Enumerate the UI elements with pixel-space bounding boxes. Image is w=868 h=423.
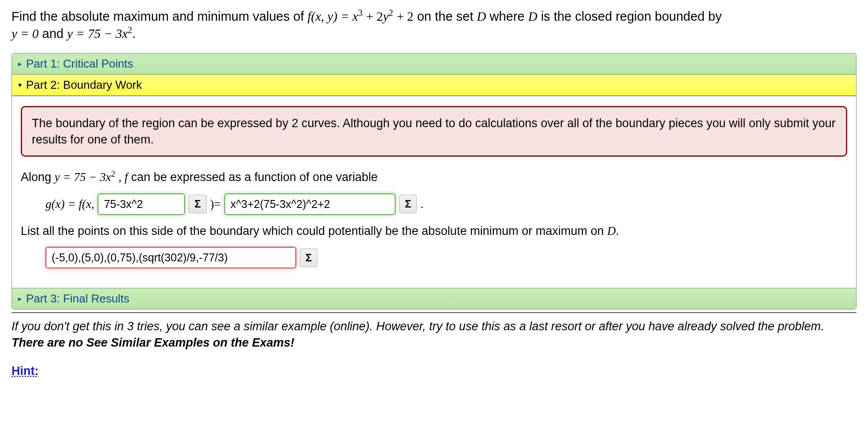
problem-statement: Find the absolute maximum and minimum va… (11, 8, 857, 42)
row-period: . (420, 196, 423, 212)
math-exp3: 3 (358, 8, 362, 18)
prompt-text-1: Find the absolute maximum and minimum va… (11, 9, 308, 23)
along-eq-lhs: y = 75 − 3 (55, 170, 106, 184)
math-plus-2: + 2 (366, 9, 383, 23)
math-y75-exp: 2 (128, 25, 132, 35)
part-1-header[interactable]: ▸ Part 1: Critical Points (12, 53, 856, 75)
points-row: Σ (45, 247, 847, 268)
along-comma: , (118, 170, 125, 184)
footer-note: If you don't get this in 3 tries, you ca… (11, 318, 857, 351)
math-func-def-lhs: f(x, y) = (308, 9, 353, 23)
math-exp2: 2 (389, 8, 393, 18)
close-paren-eq: )= (210, 196, 221, 212)
along-f: f (125, 170, 128, 184)
part-3-header[interactable]: ▸ Part 3: Final Results (12, 288, 856, 309)
math-y: y (383, 9, 389, 23)
along-post: can be expressed as a function of one va… (131, 170, 377, 184)
math-y75-lhs: y = 75 − 3 (67, 26, 122, 41)
part-1-label: Part 1: Critical Points (26, 56, 133, 72)
chevron-down-icon: ▾ (18, 82, 22, 89)
alert-text: The boundary of the region can be expres… (32, 117, 836, 146)
part-2-body: The boundary of the region can be expres… (12, 96, 856, 288)
equation-editor-button-2[interactable]: Σ (399, 195, 417, 213)
footer-italic: If you don't get this in 3 tries, you ca… (11, 320, 824, 333)
set-D-2: D (528, 9, 537, 23)
prompt-text-2: on the set (417, 9, 477, 23)
chevron-right-icon: ▸ (18, 295, 22, 302)
gx-lhs: g(x) = f(x, (45, 196, 94, 212)
prompt-text-3: where (490, 9, 528, 23)
along-curve-text: Along y = 75 − 3x2 , f can be expressed … (21, 169, 847, 185)
divider (11, 312, 857, 313)
part-2-label: Part 2: Boundary Work (26, 77, 142, 93)
part-3-label: Part 3: Final Results (26, 291, 129, 306)
prompt-text-4: is the closed region bounded by (541, 9, 722, 23)
g-of-x-row: g(x) = f(x, Σ )= Σ . (45, 193, 847, 215)
along-pre: Along (21, 170, 55, 184)
parts-accordion: ▸ Part 1: Critical Points ▾ Part 2: Boun… (11, 53, 857, 310)
list-post: . (616, 224, 619, 238)
list-points-text: List all the points on this side of the … (21, 223, 847, 239)
part-2-header[interactable]: ▾ Part 2: Boundary Work (12, 75, 856, 96)
equation-editor-button-1[interactable]: Σ (189, 195, 206, 213)
math-y0: y = 0 (11, 26, 38, 41)
boundary-alert: The boundary of the region can be expres… (21, 106, 847, 157)
hint-link[interactable]: Hint: (11, 364, 38, 378)
chevron-right-icon: ▸ (18, 60, 22, 68)
prompt-and: and (42, 26, 67, 41)
footer-bold: There are no See Similar Examples on the… (11, 336, 294, 349)
g-expression-input[interactable] (224, 193, 396, 215)
prompt-period: . (132, 26, 136, 41)
hint-section: Hint: (11, 363, 857, 379)
along-eq-exp: 2 (111, 169, 115, 178)
y-substitution-input[interactable] (98, 193, 185, 215)
list-D: D (607, 224, 616, 238)
boundary-points-input[interactable] (45, 247, 296, 268)
set-D-1: D (477, 9, 486, 23)
math-y75-x: x (122, 26, 128, 41)
along-eq-x: x (106, 170, 111, 184)
equation-editor-button-3[interactable]: Σ (300, 249, 317, 267)
math-x: x (352, 9, 358, 23)
list-pre: List all the points on this side of the … (21, 224, 607, 238)
math-plus-2b: + 2 (396, 9, 413, 23)
